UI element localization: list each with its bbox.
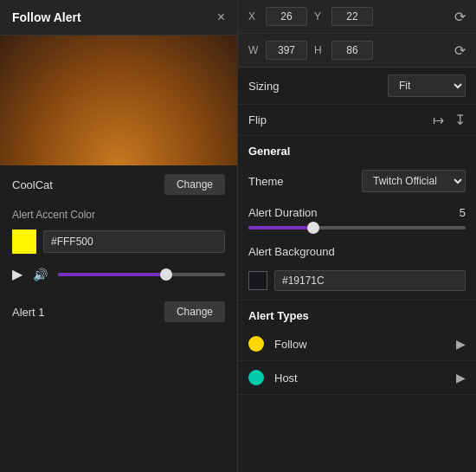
theme-row: Theme Twitch Official Custom [238, 163, 476, 199]
duration-slider-track[interactable] [248, 226, 466, 230]
follow-arrow-button[interactable]: ▶ [456, 337, 466, 351]
w-label: W [248, 44, 259, 56]
right-panel: X Y ⟳ W H ⟳ Sizing Fit Stretch Fill Flip… [238, 0, 476, 472]
alert-bg-row: Alert Background [238, 238, 476, 265]
alert1-row: Alert 1 Change [0, 293, 237, 331]
alert-bg-label: Alert Background [248, 245, 335, 258]
change-alert-button[interactable]: Change [164, 301, 225, 322]
panel-header: Follow Alert × [0, 0, 237, 36]
duration-value: 5 [440, 206, 466, 219]
flip-row: Flip ↦ ↧ [238, 105, 476, 136]
source-row: CoolCat Change [0, 165, 237, 204]
source-name: CoolCat [12, 178, 53, 191]
h-input[interactable] [331, 41, 373, 60]
sizing-select[interactable]: Fit Stretch Fill [388, 74, 466, 97]
bg-color-row [238, 265, 476, 300]
volume-slider[interactable] [58, 273, 225, 276]
coords-row: X Y ⟳ [238, 0, 476, 34]
playback-controls: ▶ 🔊 [0, 259, 237, 289]
flip-label: Flip [248, 113, 415, 126]
reset-button[interactable]: ⟳ [454, 42, 466, 59]
flip-vertical-button[interactable]: ↧ [454, 112, 466, 128]
host-dot [248, 370, 264, 385]
y-input[interactable] [331, 7, 373, 26]
cat-background [0, 36, 237, 165]
flip-icons: ↦ ↧ [433, 112, 466, 128]
x-input[interactable] [266, 7, 307, 26]
duration-slider-container [238, 223, 476, 238]
panel-title: Follow Alert [12, 10, 81, 24]
change-source-button[interactable]: Change [164, 174, 225, 195]
volume-thumb [160, 268, 172, 281]
cat-image-area [0, 36, 237, 165]
volume-icon: 🔊 [33, 268, 48, 281]
accent-color-swatch[interactable] [12, 230, 36, 254]
duration-fill [248, 226, 313, 230]
alert1-label: Alert 1 [12, 306, 45, 319]
left-panel: Follow Alert × [0, 0, 238, 472]
sizing-label: Sizing [248, 80, 279, 93]
sizing-row: Sizing Fit Stretch Fill [238, 68, 476, 105]
close-button[interactable]: × [217, 10, 225, 24]
host-label: Host [274, 372, 446, 385]
alert-type-host[interactable]: Host ▶ [238, 361, 476, 395]
follow-dot [248, 336, 264, 352]
play-button[interactable]: ▶ [12, 266, 23, 282]
accent-color-input[interactable] [43, 230, 225, 253]
bg-color-input[interactable] [274, 270, 466, 291]
theme-select[interactable]: Twitch Official Custom [362, 170, 466, 192]
y-label: Y [314, 10, 325, 23]
color-row [0, 224, 237, 259]
w-input[interactable] [266, 41, 307, 60]
accent-color-label: Alert Accent Color [0, 204, 237, 224]
volume-fill [58, 273, 166, 276]
duration-label: Alert Duration [248, 206, 317, 219]
alert-type-follow[interactable]: Follow ▶ [238, 327, 476, 361]
duration-thumb [307, 222, 319, 234]
x-label: X [248, 10, 259, 23]
alert-types-header: Alert Types [238, 300, 476, 327]
rotate-button[interactable]: ⟳ [454, 9, 466, 25]
flip-horizontal-button[interactable]: ↦ [433, 112, 444, 128]
wh-row: W H ⟳ [238, 34, 476, 68]
host-arrow-button[interactable]: ▶ [456, 371, 466, 385]
general-header: General [238, 136, 476, 163]
h-label: H [314, 44, 325, 56]
theme-label: Theme [248, 175, 283, 188]
bg-color-swatch[interactable] [248, 271, 267, 290]
follow-label: Follow [274, 338, 446, 351]
duration-row: Alert Duration 5 [238, 199, 476, 223]
